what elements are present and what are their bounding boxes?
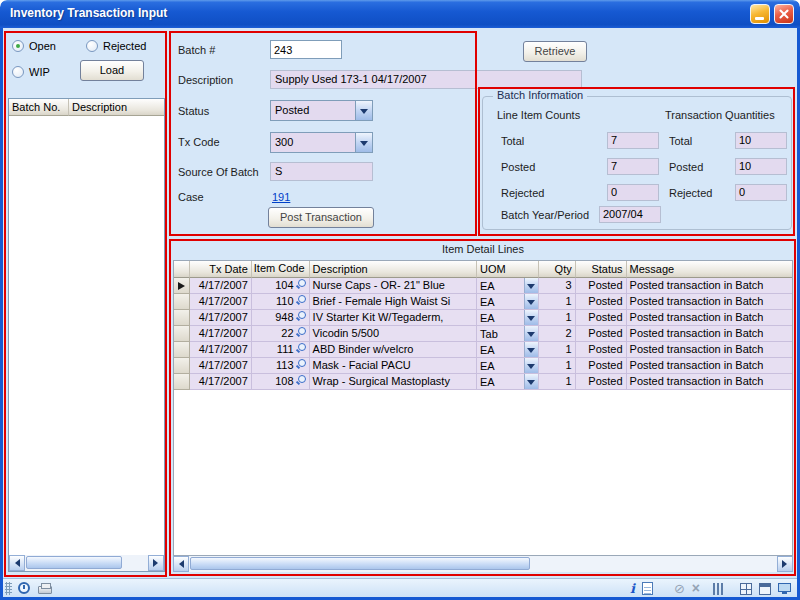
magnifier-lookup-icon[interactable] xyxy=(296,343,307,354)
cell-item-code[interactable]: 22 xyxy=(252,326,310,342)
title-bar[interactable]: Inventory Transaction Input xyxy=(0,0,800,28)
detail-row[interactable]: 4/17/2007 948 IV Starter Kit W/Tegaderm,… xyxy=(174,310,792,326)
radio-rejected[interactable]: Rejected xyxy=(86,40,146,52)
detail-row[interactable]: 4/17/2007 108 Wrap - Surgical Mastoplast… xyxy=(174,374,792,390)
cell-tx-date[interactable]: 4/17/2007 xyxy=(190,294,252,310)
clock-icon[interactable] xyxy=(18,582,30,594)
cell-qty[interactable]: 1 xyxy=(539,358,576,374)
detail-row[interactable]: 4/17/2007 111 ABD Binder w/velcro EA 1 P… xyxy=(174,342,792,358)
window-layout-icon[interactable] xyxy=(759,583,771,595)
grid-icon[interactable] xyxy=(740,583,752,595)
cell-item-code[interactable]: 113 xyxy=(252,358,310,374)
cell-status[interactable]: Posted xyxy=(576,310,627,326)
magnifier-lookup-icon[interactable] xyxy=(296,295,307,306)
cell-tx-date[interactable]: 4/17/2007 xyxy=(190,326,252,342)
header-status[interactable]: Status xyxy=(576,261,627,278)
magnifier-lookup-icon[interactable] xyxy=(296,375,307,386)
magnifier-lookup-icon[interactable] xyxy=(296,327,307,338)
uom-dropdown-arrow-icon[interactable] xyxy=(524,358,538,373)
uom-dropdown-arrow-icon[interactable] xyxy=(524,326,538,341)
uom-dropdown-arrow-icon[interactable] xyxy=(524,310,538,325)
batch-list-header-batch-no[interactable]: Batch No. xyxy=(9,99,69,116)
load-button[interactable]: Load xyxy=(80,60,144,81)
detail-table[interactable]: Tx Date Item Code Description UOM Qty St… xyxy=(173,260,793,556)
cell-qty[interactable]: 3 xyxy=(539,278,576,294)
status-select[interactable]: Posted xyxy=(270,100,373,121)
cell-uom[interactable]: EA xyxy=(477,374,539,390)
cell-status[interactable]: Posted xyxy=(576,278,627,294)
cell-status[interactable]: Posted xyxy=(576,326,627,342)
cell-description[interactable]: Brief - Female High Waist Si xyxy=(310,294,477,310)
cell-message[interactable]: Posted transaction in Batch xyxy=(627,278,792,294)
cell-uom[interactable]: Tab xyxy=(477,326,539,342)
printer-icon[interactable] xyxy=(38,586,52,594)
cell-uom[interactable]: EA xyxy=(477,310,539,326)
magnifier-lookup-icon[interactable] xyxy=(296,279,307,290)
header-message[interactable]: Message xyxy=(627,261,792,278)
cell-status[interactable]: Posted xyxy=(576,342,627,358)
cell-qty[interactable]: 1 xyxy=(539,342,576,358)
cell-qty[interactable]: 1 xyxy=(539,374,576,390)
cell-item-code[interactable]: 111 xyxy=(252,342,310,358)
cell-message[interactable]: Posted transaction in Batch xyxy=(627,326,792,342)
tx-code-select[interactable]: 300 xyxy=(270,132,373,153)
batch-number-input[interactable] xyxy=(270,40,342,59)
cell-description[interactable]: Nurse Caps - OR- 21" Blue xyxy=(310,278,477,294)
header-item-code[interactable]: Item Code xyxy=(252,261,310,278)
cell-uom[interactable]: EA xyxy=(477,358,539,374)
magnifier-lookup-icon[interactable] xyxy=(296,359,307,370)
columns-icon[interactable] xyxy=(713,583,723,595)
header-description[interactable]: Description xyxy=(310,261,477,278)
cell-item-code[interactable]: 108 xyxy=(252,374,310,390)
row-selector-cell[interactable] xyxy=(174,310,190,326)
radio-wip[interactable]: WIP xyxy=(12,66,50,78)
detail-hscrollbar[interactable] xyxy=(173,556,793,572)
cell-description[interactable]: IV Starter Kit W/Tegaderm, xyxy=(310,310,477,326)
row-selector-cell[interactable] xyxy=(174,326,190,342)
row-selector-cell[interactable] xyxy=(174,374,190,390)
description-field[interactable]: Supply Used 173-1 04/17/2007 xyxy=(270,70,582,89)
cell-description[interactable]: ABD Binder w/velcro xyxy=(310,342,477,358)
cell-tx-date[interactable]: 4/17/2007 xyxy=(190,358,252,374)
radio-open[interactable]: Open xyxy=(12,40,56,52)
header-uom[interactable]: UOM xyxy=(477,261,539,278)
source-of-batch-field[interactable]: S xyxy=(270,162,373,181)
cell-item-code[interactable]: 110 xyxy=(252,294,310,310)
toolbar-grip[interactable] xyxy=(5,582,12,595)
scroll-thumb[interactable] xyxy=(26,556,122,569)
batch-list-hscrollbar[interactable] xyxy=(9,555,164,571)
uom-dropdown-arrow-icon[interactable] xyxy=(524,294,538,309)
close-button[interactable] xyxy=(774,4,794,24)
row-selector-cell[interactable] xyxy=(174,278,190,294)
minimize-button[interactable] xyxy=(750,4,770,24)
cell-qty[interactable]: 1 xyxy=(539,294,576,310)
batch-list-header-description[interactable]: Description xyxy=(69,99,164,116)
scroll-track[interactable] xyxy=(189,556,777,572)
uom-dropdown-arrow-icon[interactable] xyxy=(524,342,538,357)
uom-dropdown-arrow-icon[interactable] xyxy=(524,278,538,293)
retrieve-button[interactable]: Retrieve xyxy=(523,41,587,62)
cell-description[interactable]: Vicodin 5/500 xyxy=(310,326,477,342)
scroll-right-arrow[interactable] xyxy=(148,555,164,571)
cell-message[interactable]: Posted transaction in Batch xyxy=(627,358,792,374)
detail-row[interactable]: 4/17/2007 104 Nurse Caps - OR- 21" Blue … xyxy=(174,278,792,294)
detail-row[interactable]: 4/17/2007 110 Brief - Female High Waist … xyxy=(174,294,792,310)
tx-code-dropdown-arrow-icon[interactable] xyxy=(355,133,372,152)
row-selector-cell[interactable] xyxy=(174,342,190,358)
cell-message[interactable]: Posted transaction in Batch xyxy=(627,342,792,358)
uom-dropdown-arrow-icon[interactable] xyxy=(524,374,538,389)
document-icon[interactable] xyxy=(642,582,653,595)
cancel-icon[interactable]: ⊘ xyxy=(674,582,685,595)
scroll-left-arrow[interactable] xyxy=(173,556,189,572)
detail-row[interactable]: 4/17/2007 113 Mask - Facial PACU EA 1 Po… xyxy=(174,358,792,374)
cell-uom[interactable]: EA xyxy=(477,342,539,358)
detail-row[interactable]: 4/17/2007 22 Vicodin 5/500 Tab 2 Posted … xyxy=(174,326,792,342)
scroll-track[interactable] xyxy=(25,555,148,571)
header-qty[interactable]: Qty xyxy=(539,261,576,278)
scroll-right-arrow[interactable] xyxy=(777,556,793,572)
cell-status[interactable]: Posted xyxy=(576,374,627,390)
cell-uom[interactable]: EA xyxy=(477,294,539,310)
cell-item-code[interactable]: 104 xyxy=(252,278,310,294)
cell-message[interactable]: Posted transaction in Batch xyxy=(627,294,792,310)
batch-list[interactable]: Batch No. Description xyxy=(8,98,165,572)
